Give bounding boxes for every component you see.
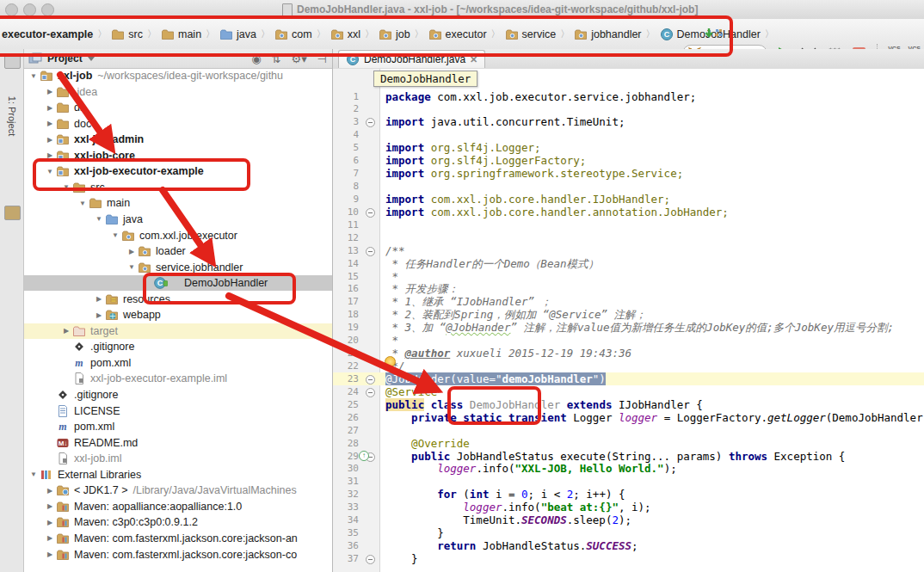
tree-chevron-icon[interactable]: ▶ [44,88,56,95]
fold-marker-icon[interactable] [366,388,375,397]
hide-panel-button[interactable]: ⊣ [317,52,327,65]
tree-item-resources[interactable]: ▶resources [24,292,332,307]
line-number: 35 [333,527,359,538]
code-line-26: 26 private static transient Logger logge… [333,411,924,424]
tree-chevron-icon[interactable]: ▼ [44,168,56,175]
code-line-37: 37 } [333,552,924,565]
tree-item-maven-com-fasterxml-jackson-core-jackson-an[interactable]: ▶Maven: com.fasterxml.jackson.core:jacks… [24,531,332,546]
tree-item-xxl-job[interactable]: ▼xxl-job~/workspaces/idea-git-workspace/… [24,68,332,83]
maximize-window-button[interactable] [41,3,54,16]
fold-marker-icon[interactable] [366,375,375,384]
navigate-down-icon[interactable] [704,27,724,42]
intention-bulb-icon[interactable] [385,356,394,368]
breadcrumb-item-job[interactable]: job [379,28,410,41]
tree-item-license[interactable]: LICENSE [24,403,332,419]
tree-item-external-libraries[interactable]: ▼External Libraries [24,467,332,483]
tree-chevron-icon[interactable]: ▶ [44,151,56,159]
tree-item-xxl-job-executor-example[interactable]: ▼xxl-job-executor-example [24,163,332,179]
editor-text-area[interactable]: 1package com.xxl.job.executor.service.jo… [333,69,924,572]
tree-item-xxl-job-core[interactable]: ▶xxl-job-core [24,148,332,163]
tree-chevron-icon[interactable]: ▼ [60,183,72,191]
breadcrumb-label: src [128,28,143,40]
tree-item--jdk1-7-[interactable]: ▶< JDK1.7 >/Library/Java/JavaVirtualMach… [24,483,332,498]
breadcrumb-item-jobhandler[interactable]: jobhandler [574,28,641,41]
tree-item-xxl-job-iml[interactable]: xxl-job.iml [24,451,332,466]
mvnlib-icon [56,515,71,529]
code-text: * [385,334,398,347]
tree-chevron-icon[interactable]: ▶ [44,487,56,495]
tree-item-pom-xml[interactable]: mpom.xml [24,355,332,371]
tree-chevron-icon[interactable]: ▶ [44,136,56,144]
breadcrumb-item-service[interactable]: service [505,28,557,41]
tree-item--gitignore[interactable]: .gitignore [24,387,332,403]
tree-item-webapp[interactable]: ▶webapp [24,307,332,323]
tree-chevron-icon[interactable]: ▶ [44,534,56,542]
tree-chevron-icon[interactable]: ▶ [44,550,56,558]
override-method-gutter-icon[interactable]: ↑ [359,451,369,461]
tree-item--idea[interactable]: ▶.idea [24,84,332,100]
breadcrumb-item-xxl[interactable]: xxl [330,28,360,41]
tree-chevron-icon[interactable]: ▶ [60,327,72,335]
locate-file-button[interactable]: ◉ [251,52,261,65]
chevron-down-icon[interactable] [88,57,95,61]
maven-icon: m [56,420,71,434]
tree-item-src[interactable]: ▼src [24,180,332,195]
tree-chevron-icon[interactable]: ▼ [28,471,40,478]
fold-marker-icon[interactable] [366,208,375,218]
line-number: 2 [333,103,359,114]
minimize-window-button[interactable] [23,3,36,16]
breadcrumb-separator-icon: 〉 [261,28,270,40]
extlib-icon [40,468,55,482]
tree-item-main[interactable]: ▼main [24,195,332,211]
tree-item-demojobhandler[interactable]: CDemoJobHandler [24,275,332,291]
breadcrumb-item-main[interactable]: main [161,28,201,41]
tree-item-maven-c3p0-c3p0-0-9-1-2[interactable]: ▶Maven: c3p0:c3p0:0.9.1.2 [24,514,332,530]
fold-marker-icon[interactable] [366,555,375,564]
tree-item-maven-aopalliance-aopalliance-1-0[interactable]: ▶Maven: aopalliance:aopalliance:1.0 [24,499,332,514]
project-tool-window-button[interactable]: 1: Project [7,80,17,152]
tree-chevron-icon[interactable]: ▶ [93,311,105,319]
tree-item-xxl-job-admin[interactable]: ▶xxl-job-admin [24,132,332,147]
breadcrumb-label: service [522,28,557,40]
code-line-36: 36 return JobHandleStatus.SUCCESS; [333,539,924,552]
tree-item-xxl-job-executor-example-iml[interactable]: xxl-job-executor-example.iml [24,371,332,386]
tree-chevron-icon[interactable]: ▶ [126,248,138,255]
close-window-button[interactable] [5,3,18,16]
tree-chevron-icon[interactable]: ▶ [93,295,105,303]
tree-item-loader[interactable]: ▶loader [24,243,332,259]
tree-chevron-icon[interactable]: ▶ [44,502,56,510]
fold-marker-icon[interactable] [366,118,375,127]
tree-chevron-icon[interactable]: ▼ [126,263,138,271]
settings-gear-button[interactable]: ⚙▾ [291,52,306,65]
breadcrumb-item-java[interactable]: java [219,28,256,41]
tree-item-service-jobhandler[interactable]: ▼service.jobhandler [24,260,332,275]
tree-chevron-icon[interactable]: ▶ [44,120,56,127]
fold-marker-icon[interactable] [366,247,375,256]
breadcrumb-item-executor[interactable]: executor [428,28,487,41]
module-icon [56,132,71,146]
tree-item-pom-xml[interactable]: mpom.xml [24,419,332,434]
tree-chevron-icon[interactable]: ▼ [109,231,121,239]
tree-chevron-icon[interactable]: ▼ [93,215,105,223]
breadcrumb-item-src[interactable]: src [111,28,143,41]
tree-item-readme-md[interactable]: M↓README.md [24,435,332,451]
tree-chevron-icon[interactable]: ▶ [44,104,56,112]
tree-chevron-icon[interactable]: ▼ [77,200,89,207]
tree-item-maven-com-fasterxml-jackson-core-jackson-co[interactable]: ▶Maven: com.fasterxml.jackson.core:jacks… [24,547,332,563]
tree-item-doc[interactable]: ▶doc [24,116,332,132]
breadcrumb-item-executor-example[interactable]: executor-example [2,28,93,40]
stripe-window-icon[interactable] [4,54,21,69]
tree-item-db[interactable]: ▶db [24,100,332,115]
collapse-all-button[interactable]: ⇅ [272,52,281,65]
breadcrumb-item-com[interactable]: com [274,28,312,41]
tab-demojobhandler[interactable]: C DemoJobHandler.java ✕ [338,50,485,68]
stripe-project-icon[interactable] [4,206,21,220]
tree-item--gitignore[interactable]: .gitignore [24,339,332,354]
tree-item-target[interactable]: ▶target [24,323,332,339]
readme-icon: M↓ [56,436,71,450]
close-tab-icon[interactable]: ✕ [470,54,477,65]
tree-item-java[interactable]: ▼java [24,212,332,227]
tree-item-com-xxl-job-executor[interactable]: ▼com.xxl.job.executor [24,228,332,243]
tree-chevron-icon[interactable]: ▼ [28,72,40,80]
tree-chevron-icon[interactable]: ▶ [44,519,56,526]
